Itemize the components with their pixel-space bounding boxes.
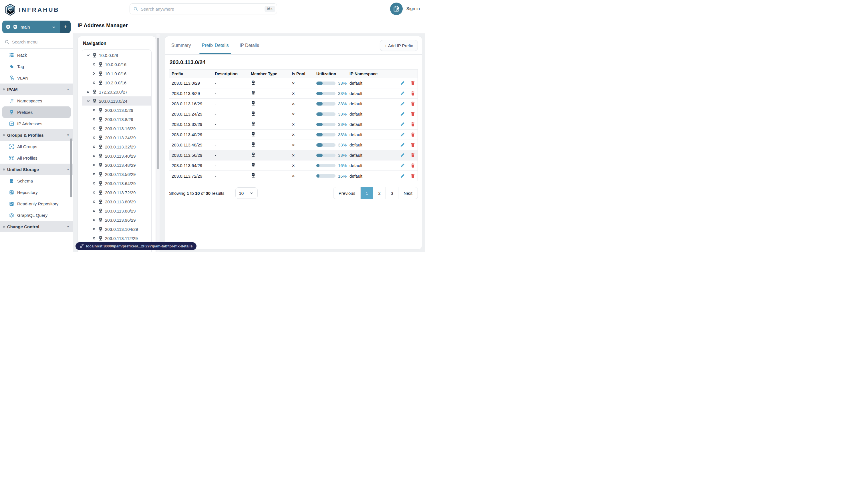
cell-prefix: 203.0.113.64/29	[169, 163, 213, 168]
svg-text:IP: IP	[100, 173, 102, 174]
tree-item[interactable]: IP 203.0.113.88/29	[82, 206, 151, 215]
page-button-2[interactable]: 2	[373, 187, 385, 199]
sidebar-item-namespaces[interactable]: Namespaces	[2, 95, 71, 106]
sidebar-item-schema[interactable]: Schema	[2, 175, 71, 186]
tree-item[interactable]: IP 203.0.113.0/24	[82, 96, 151, 106]
tab-ip-details[interactable]: IP Details	[237, 37, 261, 54]
global-search[interactable]: Search anywhere ⌘K	[130, 3, 277, 14]
page-button-next[interactable]: Next	[398, 187, 418, 199]
tree-item[interactable]: IP 203.0.113.80/29	[82, 197, 151, 206]
tree-item[interactable]: IP 203.0.113.8/29	[82, 115, 151, 124]
table-row[interactable]: 203.0.113.0/29 - IP ✕ 33% default	[169, 78, 418, 88]
edit-button[interactable]	[400, 174, 405, 179]
page-button-previous[interactable]: Previous	[333, 187, 360, 199]
edit-button[interactable]	[400, 81, 405, 86]
page-size-select[interactable]: 10	[235, 187, 258, 199]
menu-search-input[interactable]	[12, 39, 61, 44]
utilization-percent: 33%	[338, 81, 347, 86]
delete-button[interactable]	[411, 101, 415, 106]
tree-item[interactable]: IP 172.20.20.0/27	[82, 87, 151, 96]
brand-header[interactable]: INFRAHUB	[0, 0, 73, 17]
cell-utilization: 33%	[314, 81, 347, 86]
sidebar-item-graphql-query[interactable]: GraphQL Query	[2, 210, 71, 221]
edit-button[interactable]	[400, 153, 405, 158]
tree-item[interactable]: IP 203.0.113.40/29	[82, 151, 151, 160]
navigation-scrollbar-thumb[interactable]	[157, 38, 159, 169]
sidebar-item-prefixes[interactable]: IP Prefixes	[2, 106, 71, 118]
sidebar-item-rack[interactable]: Rack	[2, 49, 71, 61]
delete-button[interactable]	[411, 142, 415, 147]
delete-button[interactable]	[411, 81, 415, 86]
tree-item[interactable]: IP 203.0.113.112/29	[82, 234, 151, 243]
navigation-scrollbar[interactable]	[156, 34, 160, 252]
sign-in-link[interactable]: Sign in	[406, 6, 420, 11]
tree-item[interactable]: IP 203.0.113.56/29	[82, 169, 151, 179]
page-button-3[interactable]: 3	[385, 187, 398, 199]
tree-item[interactable]: IP 10.1.0.0/16	[82, 69, 151, 78]
delete-button[interactable]	[411, 91, 415, 96]
utilization-bar	[316, 112, 336, 116]
sidebar-item-vlan[interactable]: VLAN	[2, 72, 71, 84]
table-row[interactable]: 203.0.113.40/29 - IP ✕ 33% default	[169, 130, 418, 140]
add-branch-button[interactable]: +	[60, 21, 71, 33]
sidebar-item-all-profiles[interactable]: All Profiles	[2, 152, 71, 164]
sidebar-section-change-control[interactable]: Change Control ▼	[0, 221, 73, 232]
delete-button[interactable]	[411, 153, 415, 158]
delete-button[interactable]	[411, 163, 415, 168]
sidebar-section-ipam[interactable]: IPAM ▼	[0, 84, 73, 95]
edit-button[interactable]	[400, 132, 405, 137]
edit-button[interactable]	[400, 91, 405, 96]
sidebar-item-tag[interactable]: Tag	[2, 61, 71, 72]
branch-selector[interactable]: main	[2, 21, 60, 33]
sidebar-section-unified-storage[interactable]: Unified Storage ▼	[0, 164, 73, 175]
svg-text:IP: IP	[94, 90, 95, 92]
tree-item[interactable]: IP 203.0.113.48/29	[82, 160, 151, 169]
sidebar-item-repository[interactable]: Repository	[2, 186, 71, 198]
delete-button[interactable]	[411, 174, 415, 179]
tree-item[interactable]: IP 203.0.113.64/29	[82, 179, 151, 188]
cell-description: -	[213, 122, 249, 127]
edit-button[interactable]	[400, 101, 405, 106]
tree-item[interactable]: IP 203.0.113.24/29	[82, 133, 151, 142]
sidebar-item-read-only-repository[interactable]: Read-only Repository	[2, 198, 71, 210]
tree-item[interactable]: IP 10.0.0.0/8	[82, 51, 151, 60]
cell-namespace: default	[347, 142, 392, 147]
table-row[interactable]: 203.0.113.24/29 - IP ✕ 33% default	[169, 109, 418, 119]
svg-text:IP: IP	[94, 99, 95, 101]
sidebar-scrollbar[interactable]	[70, 139, 72, 197]
tree-item[interactable]: IP 203.0.113.104/29	[82, 224, 151, 234]
tree-item[interactable]: IP 203.0.113.96/29	[82, 215, 151, 224]
edit-button[interactable]	[400, 142, 405, 147]
tree-item[interactable]: IP 203.0.113.16/29	[82, 124, 151, 133]
table-row[interactable]: 203.0.113.32/29 - IP ✕ 33% default	[169, 119, 418, 130]
edit-button[interactable]	[400, 122, 405, 127]
table-row[interactable]: 203.0.113.48/29 - IP ✕ 33% default	[169, 140, 418, 150]
delete-button[interactable]	[411, 132, 415, 137]
table-row[interactable]: 203.0.113.72/29 - IP ✕ 16% default	[169, 171, 418, 181]
tree-item[interactable]: IP 203.0.113.72/29	[82, 188, 151, 197]
sidebar-item-all-groups[interactable]: All Groups	[2, 141, 71, 152]
page-button-1[interactable]: 1	[360, 187, 373, 199]
sidebar-section-groups-profiles[interactable]: Groups & Profiles ▼	[0, 129, 73, 141]
tree-item[interactable]: IP 10.0.0.0/16	[82, 60, 151, 69]
sidebar-item-ip-addresses[interactable]: IP IP Addresses	[2, 118, 71, 129]
tree-item[interactable]: IP 203.0.113.32/29	[82, 142, 151, 151]
time-travel-button[interactable]	[390, 3, 403, 15]
tab-summary[interactable]: Summary	[169, 37, 193, 54]
table-row[interactable]: 203.0.113.16/29 - IP ✕ 33% default	[169, 99, 418, 109]
delete-button[interactable]	[411, 122, 415, 127]
edit-button[interactable]	[400, 163, 405, 168]
delete-button[interactable]	[411, 111, 415, 116]
tab-prefix-details[interactable]: Prefix Details	[199, 37, 231, 54]
table-row[interactable]: 203.0.113.56/29 - IP ✕ 33% default	[169, 150, 418, 160]
all-profiles-icon	[9, 156, 14, 160]
add-ip-prefix-button[interactable]: + Add IP Prefix	[380, 40, 418, 51]
table-row[interactable]: 203.0.113.64/29 - IP ✕ 16% default	[169, 160, 418, 171]
table-row[interactable]: 203.0.113.8/29 - IP ✕ 33% default	[169, 88, 418, 99]
sidebar-section-label: Change Control	[7, 224, 39, 229]
tree-item[interactable]: IP 203.0.113.0/29	[82, 106, 151, 115]
section-dot-icon	[3, 134, 5, 136]
edit-button[interactable]	[400, 111, 405, 116]
tree-item[interactable]: IP 10.2.0.0/16	[82, 78, 151, 87]
column-header-prefix: Prefix	[169, 72, 213, 76]
